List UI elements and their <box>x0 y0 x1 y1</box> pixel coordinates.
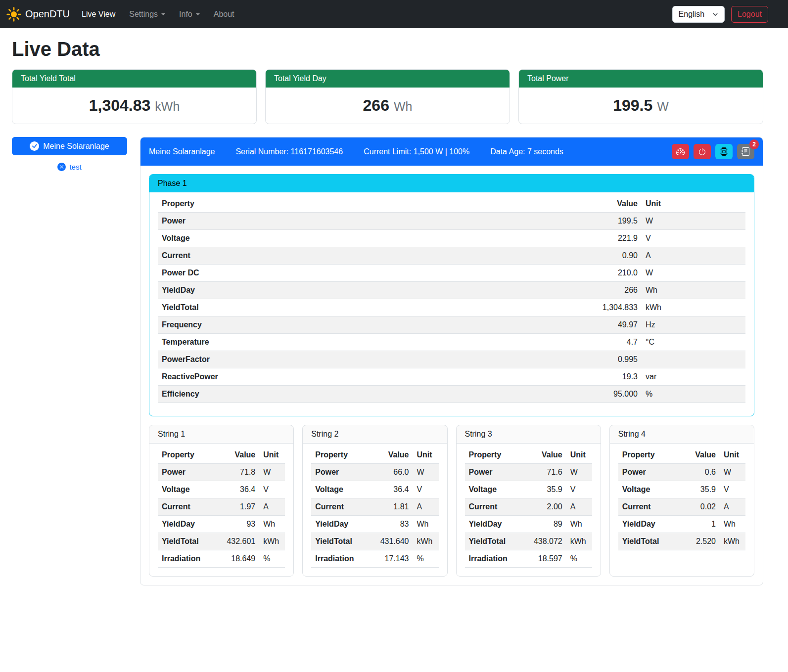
journal-icon <box>742 147 750 156</box>
value-cell: 266 <box>447 282 642 299</box>
brand-label: OpenDTU <box>25 8 70 20</box>
value-cell: 95.000 <box>447 386 642 403</box>
string-table-body: Power 71.8 W Voltage 36.4 V Current 1.97… <box>158 464 285 568</box>
table-row: Current 0.90 A <box>158 247 745 265</box>
table-row: Current 0.02 A <box>618 498 745 516</box>
summary-card-total-yield-total: Total Yield Total 1,304.83kWh <box>12 69 257 124</box>
nav-item-live-view[interactable]: Live View <box>75 6 122 23</box>
nav-item-settings[interactable]: Settings <box>122 6 172 23</box>
string-card-title: String 2 <box>303 425 447 444</box>
unit-cell: Wh <box>413 516 439 533</box>
unit-cell: A <box>642 247 745 265</box>
property-cell: Voltage <box>465 481 522 498</box>
inverter-serial: Serial Number: 116171603546 <box>235 147 343 156</box>
phase-card-title: Phase 1 <box>149 175 754 192</box>
string-card-3: String 3 Property Value Unit <box>456 425 601 577</box>
table-row: Power DC 210.0 W <box>158 265 745 282</box>
cpu-icon <box>720 147 728 156</box>
property-cell: Current <box>158 247 447 265</box>
unit-cell: V <box>642 230 745 247</box>
column-header-value: Value <box>447 195 642 213</box>
power-button[interactable] <box>694 144 711 159</box>
property-cell: Irradiation <box>158 550 215 568</box>
property-cell: Current <box>618 498 680 516</box>
string-card-1: String 1 Property Value Unit <box>149 425 294 577</box>
column-header-unit: Unit <box>642 195 745 213</box>
property-cell: Voltage <box>618 481 680 498</box>
unit-cell <box>642 351 745 368</box>
value-cell: 0.90 <box>447 247 642 265</box>
unit-cell: W <box>720 464 745 481</box>
unit-cell: var <box>642 368 745 386</box>
value-cell: 83 <box>368 516 413 533</box>
main-panel: Meine Solaranlage Serial Number: 1161716… <box>140 137 763 585</box>
summary-unit: kWh <box>155 99 180 113</box>
value-cell: 93 <box>215 516 259 533</box>
value-cell: 36.4 <box>215 481 259 498</box>
device-info-button[interactable] <box>715 144 733 159</box>
table-row: Voltage 35.9 V <box>618 481 745 498</box>
unit-cell: W <box>259 464 285 481</box>
value-cell: 2.520 <box>680 533 720 550</box>
event-count-badge: 2 <box>749 139 759 149</box>
string-card-body: Property Value Unit Power 66.0 W Voltage… <box>303 444 447 576</box>
property-cell: YieldDay <box>618 516 680 533</box>
unit-cell: kWh <box>566 533 592 550</box>
event-log-button[interactable]: 2 <box>737 144 754 159</box>
table-row: Irradiation 18.597 % <box>465 550 592 568</box>
table-header-row: Property Value Unit <box>158 447 285 464</box>
table-row: Power 71.8 W <box>158 464 285 481</box>
unit-cell: W <box>642 213 745 230</box>
table-row: ReactivePower 19.3 var <box>158 368 745 386</box>
unit-cell: Wh <box>642 282 745 299</box>
gauge-icon <box>676 147 685 156</box>
property-cell: Current <box>158 498 215 516</box>
column-header-property: Property <box>311 447 368 464</box>
property-cell: Current <box>311 498 368 516</box>
property-cell: Power <box>618 464 680 481</box>
unit-cell: V <box>413 481 439 498</box>
table-row: Efficiency 95.000 % <box>158 386 745 403</box>
inverter-item-test[interactable]: test <box>12 163 127 171</box>
inverter-item-label: test <box>69 163 81 171</box>
string-table-head: Property Value Unit <box>465 447 592 464</box>
value-cell: 438.072 <box>522 533 566 550</box>
unit-cell: W <box>642 265 745 282</box>
inverter-limit: Current Limit: 1,500 W | 100% <box>364 147 469 156</box>
summary-card-title: Total Yield Day <box>266 70 510 88</box>
unit-cell: % <box>413 550 439 568</box>
nav-item-about[interactable]: About <box>207 6 241 23</box>
property-cell: Power <box>311 464 368 481</box>
unit-cell: kWh <box>720 533 745 550</box>
unit-cell: V <box>720 481 745 498</box>
value-cell: 4.7 <box>447 334 642 351</box>
limit-settings-button[interactable] <box>672 144 689 159</box>
inverter-card-body: Phase 1 Property Value Unit <box>140 166 763 585</box>
summary-card-title: Total Power <box>519 70 763 88</box>
table-row: Voltage 221.9 V <box>158 230 745 247</box>
inverter-select-button[interactable]: Meine Solaranlage <box>12 137 127 155</box>
inverter-name: Meine Solaranlage <box>149 147 215 156</box>
value-cell: 1,304.833 <box>447 299 642 316</box>
table-row: Temperature 4.7 °C <box>158 334 745 351</box>
table-row: YieldTotal 432.601 kWh <box>158 533 285 550</box>
string-card-4: String 4 Property Value Unit <box>609 425 754 577</box>
string-card-2: String 2 Property Value Unit <box>302 425 447 577</box>
table-header-row: Property Value Unit <box>158 195 745 213</box>
value-cell: 71.6 <box>522 464 566 481</box>
language-select[interactable]: English <box>672 6 725 23</box>
logout-button[interactable]: Logout <box>731 6 768 23</box>
summary-cards: Total Yield Total 1,304.83kWh Total Yiel… <box>12 69 763 124</box>
nav-item-info[interactable]: Info <box>172 6 207 23</box>
brand[interactable]: OpenDTU <box>6 6 70 22</box>
phase-table-head: Property Value Unit <box>158 195 745 213</box>
string-table: Property Value Unit Power 0.6 W Voltage … <box>618 447 745 550</box>
table-row: YieldDay 89 Wh <box>465 516 592 533</box>
property-cell: Irradiation <box>311 550 368 568</box>
x-circle-icon <box>57 163 66 171</box>
sun-logo-icon <box>6 6 22 22</box>
table-row: Current 1.97 A <box>158 498 285 516</box>
summary-unit: W <box>657 99 669 113</box>
table-row: Current 1.81 A <box>311 498 438 516</box>
property-cell: YieldTotal <box>158 533 215 550</box>
